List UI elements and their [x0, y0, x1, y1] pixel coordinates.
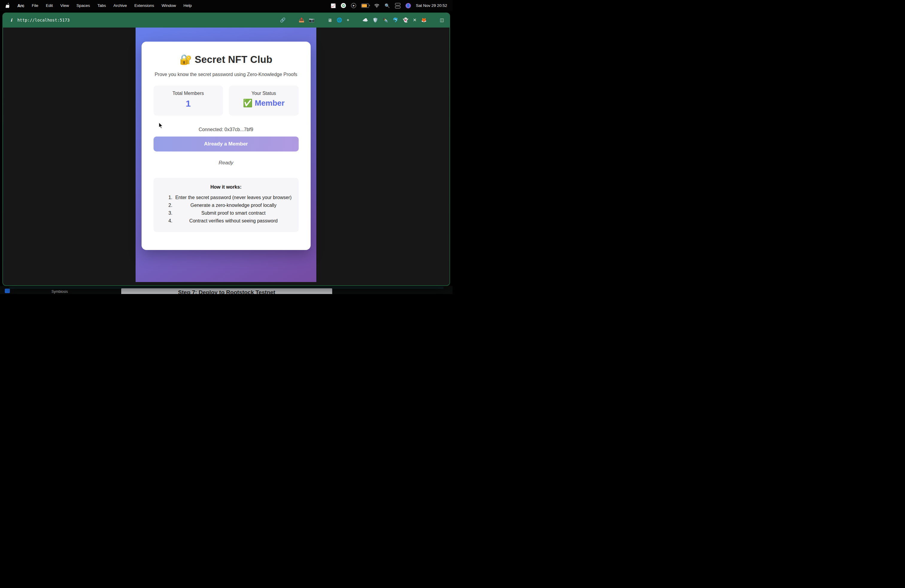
menu-item-view[interactable]: View — [60, 3, 69, 8]
copy-link-icon[interactable]: 🔗 — [280, 17, 286, 23]
apple-menu-icon[interactable] — [5, 3, 10, 8]
how-step-3: Submit proof to smart contract — [174, 209, 293, 217]
cloud-extension-icon[interactable]: ☁️ — [362, 17, 368, 23]
split-view-icon[interactable]: ◫ — [440, 17, 444, 23]
menu-app-name[interactable]: Arc — [17, 3, 24, 8]
x-extension-icon[interactable]: ✕ — [413, 17, 417, 23]
site-info-icon[interactable]: i — [8, 17, 14, 23]
how-it-works-title: How it works: — [159, 184, 293, 190]
menu-item-spaces[interactable]: Spaces — [76, 3, 90, 8]
menu-item-tabs[interactable]: Tabs — [97, 3, 106, 8]
total-members-value: 1 — [154, 99, 223, 109]
background-window-left-label: Symbiosis — [51, 289, 68, 294]
avatar-icon[interactable]: 👤 — [405, 3, 411, 8]
capture-icon[interactable]: 📥 — [298, 17, 304, 23]
play-circle-icon[interactable]: ▶ — [351, 3, 356, 8]
secret-nft-club-card: 🔐 Secret NFT Club Prove you know the sec… — [141, 41, 311, 250]
arc-browser-window: i http://localhost:5173 🔗 📥 📷 🖥 🌐 ⌖ ☁️ 🛡… — [2, 13, 450, 286]
battery-icon[interactable] — [361, 3, 369, 8]
how-step-1: Enter the secret password (never leaves … — [174, 194, 293, 202]
dock-badge — [5, 289, 10, 293]
dolphin-extension-icon[interactable]: 🐬 — [393, 17, 399, 23]
ghost-extension-icon[interactable]: 👻 — [403, 17, 408, 23]
total-members-stat: Total Members 1 — [154, 86, 223, 116]
fox-extension-icon[interactable]: 🦊 — [421, 17, 427, 23]
background-window-strip[interactable]: Symbiosis Step 7: Deploy to Rootstock Te… — [0, 286, 452, 294]
browser-viewport: 🔐 Secret NFT Club Prove you know the sec… — [3, 27, 449, 285]
browser-toolbar: i http://localhost:5173 🔗 📥 📷 🖥 🌐 ⌖ ☁️ 🛡… — [2, 13, 450, 27]
background-document-panel[interactable]: Step 7: Deploy to Rootstock Testnet — [121, 288, 332, 294]
menu-item-extensions[interactable]: Extensions — [134, 3, 154, 8]
macos-menu-bar: Arc File Edit View Spaces Tabs Archive E… — [0, 0, 452, 11]
wifi-icon[interactable] — [374, 3, 379, 8]
total-members-label: Total Members — [154, 91, 223, 96]
camera-icon[interactable]: 📷 — [309, 17, 314, 23]
shield-extension-icon[interactable]: 🛡️ — [373, 17, 378, 23]
stats-row: Total Members 1 Your Status ✅ Member — [154, 86, 298, 116]
status-text: Ready — [154, 160, 298, 166]
menu-item-archive[interactable]: Archive — [113, 3, 127, 8]
ink-extension-icon[interactable]: ✒️ — [383, 17, 388, 23]
page-title: 🔐 Secret NFT Club — [154, 54, 298, 65]
url-field[interactable]: http://localhost:5173 — [17, 17, 70, 22]
search-icon[interactable]: 🔍 — [384, 3, 390, 8]
already-a-member-button[interactable]: Already a Member — [154, 137, 298, 151]
menu-item-edit[interactable]: Edit — [46, 3, 53, 8]
your-status-stat: Your Status ✅ Member — [229, 86, 298, 116]
grammarly-icon[interactable]: G — [341, 3, 346, 8]
menu-item-file[interactable]: File — [32, 3, 38, 8]
terminal-icon[interactable]: 🖥 — [328, 17, 332, 23]
your-status-value: ✅ Member — [229, 99, 298, 108]
how-step-2: Generate a zero-knowledge proof locally — [174, 202, 293, 209]
menu-item-help[interactable]: Help — [183, 3, 192, 8]
control-center-icon[interactable] — [395, 3, 400, 8]
how-it-works-list: Enter the secret password (never leaves … — [159, 194, 293, 225]
background-document-heading: Step 7: Deploy to Rootstock Testnet — [121, 289, 332, 294]
menu-item-window[interactable]: Window — [162, 3, 176, 8]
webpage-gradient-background: 🔐 Secret NFT Club Prove you know the sec… — [136, 27, 316, 282]
stocks-icon[interactable]: 📈 — [331, 3, 336, 8]
connected-address: Connected: 0x37cb...7bf9 — [154, 127, 298, 132]
target-icon[interactable]: ⌖ — [346, 17, 349, 23]
globe-icon[interactable]: 🌐 — [337, 17, 342, 23]
your-status-label: Your Status — [229, 91, 298, 96]
page-subtitle: Prove you know the secret password using… — [154, 72, 298, 77]
how-step-4: Contract verifies without seeing passwor… — [174, 217, 293, 225]
menu-clock[interactable]: Sat Nov 29 20:52 — [416, 3, 447, 8]
how-it-works-box: How it works: Enter the secret password … — [154, 178, 298, 232]
